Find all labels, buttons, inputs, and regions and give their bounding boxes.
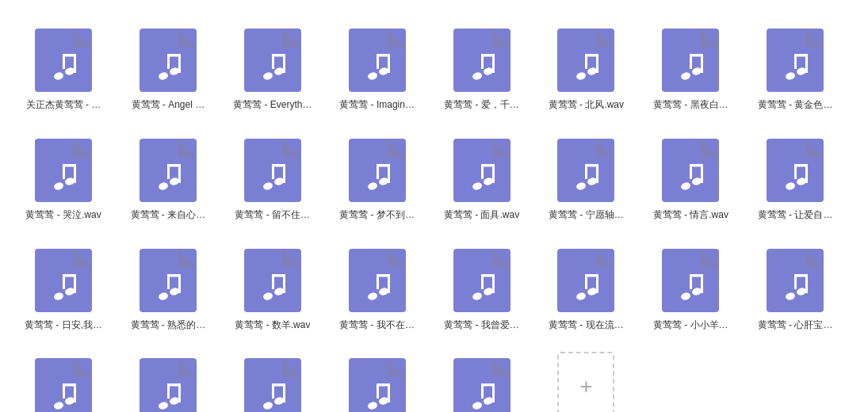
file-item[interactable]: 黄莺莺 - 茉莉花… [434,345,530,412]
file-name: 黄莺莺 - 我不在… [339,319,415,332]
svg-rect-55 [690,54,703,57]
file-item[interactable]: 黄莺莺 - 留不住… [225,126,320,228]
svg-rect-5 [74,54,76,73]
file-grid: 关正杰黄莺莺 - … [16,16,852,412]
svg-rect-29 [388,54,390,73]
svg-rect-53 [701,54,703,73]
svg-rect-151 [272,274,285,277]
music-file-icon [35,22,92,92]
music-file-icon [453,22,510,92]
svg-rect-7 [63,54,76,57]
svg-rect-215 [272,383,285,387]
music-file-icon [767,22,824,92]
file-name: 黄莺莺 - 来自心… [131,208,206,222]
file-name: 黄莺莺 - 小小羊… [653,319,728,332]
file-name: 黄莺莺 - 让爱自… [758,208,833,222]
svg-rect-141 [178,274,181,293]
file-item[interactable]: 关正杰黄莺莺 - … [16,16,111,118]
upload-button[interactable]: +上传文件 [538,345,633,412]
file-name: 黄莺莺 - 留不住… [235,208,310,222]
file-item[interactable]: 黄莺莺 - 情言.wav [643,126,738,228]
file-item[interactable]: 黄莺莺 - 现在流… [538,236,633,338]
svg-rect-191 [794,274,808,277]
svg-rect-197 [74,383,76,402]
svg-rect-189 [805,274,808,293]
file-item[interactable]: 黄莺莺 - 心泣.wav [16,345,111,412]
music-file-icon [349,22,406,92]
svg-rect-199 [63,383,76,387]
svg-rect-157 [388,274,390,293]
svg-rect-133 [74,274,76,293]
file-name: 黄莺莺 - 心肝宝… [758,319,833,332]
svg-rect-205 [178,383,181,402]
file-item[interactable]: 黄莺莺 - 雪在烧… [120,345,216,412]
music-file-icon [767,132,824,202]
music-file-icon [557,242,614,312]
music-file-icon [557,22,614,92]
svg-rect-15 [167,54,181,57]
plus-icon: + [557,352,614,412]
music-file-icon [140,242,197,312]
file-item[interactable]: 黄莺莺 - 梦不到… [330,126,425,228]
file-item[interactable]: 黄莺莺 - 葬心.wav [225,345,320,412]
music-file-icon [244,22,301,92]
file-item[interactable]: 黄莺莺 - 面具.wav [434,126,530,228]
svg-rect-39 [481,54,495,57]
file-item[interactable]: 黄莺莺 - 这个世… [330,345,425,412]
svg-rect-47 [585,54,598,57]
file-name: 关正杰黄莺莺 - … [26,98,101,112]
file-name: 黄莺莺 - 数羊.wav [235,319,310,332]
svg-rect-95 [377,164,390,167]
svg-rect-165 [492,274,495,293]
file-item[interactable]: 黄莺莺 - 日安,我… [16,236,111,338]
file-item[interactable]: 黄莺莺 - Everyth… [225,16,320,118]
svg-rect-159 [377,274,390,277]
svg-rect-119 [690,164,703,167]
file-item[interactable]: 黄莺莺 - 宁愿轴… [538,126,633,228]
file-name: 黄莺莺 - 面具.wav [444,208,519,222]
music-file-icon [767,242,824,312]
svg-rect-149 [283,274,285,293]
music-file-icon [453,352,510,412]
svg-rect-79 [167,164,181,167]
svg-rect-103 [481,164,495,167]
file-item[interactable]: 黄莺莺 - 心肝宝… [748,236,843,338]
file-item[interactable]: 黄莺莺 - 来自心… [120,126,216,228]
svg-rect-125 [805,164,808,183]
svg-rect-13 [178,54,181,73]
file-item[interactable]: 黄莺莺 - 哭泣.wav [16,126,111,228]
svg-rect-111 [585,164,598,167]
file-item[interactable]: 黄莺莺 - Angel … [120,16,216,118]
svg-rect-61 [805,54,808,73]
svg-rect-101 [492,164,495,183]
file-item[interactable]: 黄莺莺 - 让爱自… [748,126,843,228]
file-item[interactable]: 黄莺莺 - 我不在… [330,236,425,338]
file-item[interactable]: 黄莺莺 - 熟悉的… [120,236,216,338]
file-item[interactable]: 黄莺莺 - 黄金色… [748,16,843,118]
svg-rect-45 [596,54,598,73]
file-item[interactable]: 黄莺莺 - Imagin… [330,16,425,118]
music-file-icon [453,132,510,202]
file-item[interactable]: 黄莺莺 - 小小羊… [643,236,738,338]
svg-rect-69 [74,164,76,183]
svg-rect-37 [492,54,495,73]
file-item[interactable]: 黄莺莺 - 黑夜白… [643,16,738,118]
file-name: 黄莺莺 - 我曾爱… [444,319,519,332]
file-name: 黄莺莺 - 梦不到… [339,208,415,222]
file-item[interactable]: 黄莺莺 - 我曾爱… [434,236,530,338]
music-file-icon [140,352,197,412]
file-name: 黄莺莺 - Imagin… [339,98,415,112]
file-item[interactable]: 黄莺莺 - 爱，千… [434,16,530,118]
file-name: 黄莺莺 - 北风.wav [549,98,624,112]
file-item[interactable]: 黄莺莺 - 数羊.wav [225,236,320,338]
svg-rect-229 [492,383,495,402]
svg-rect-167 [481,274,495,277]
music-file-icon [244,132,301,202]
svg-rect-183 [690,274,703,277]
music-file-icon [662,132,719,202]
music-file-icon [662,242,719,312]
music-file-icon [662,22,719,92]
file-item[interactable]: 黄莺莺 - 北风.wav [538,16,633,118]
file-name: 黄莺莺 - 黑夜白… [653,98,728,112]
music-file-icon [557,132,614,202]
